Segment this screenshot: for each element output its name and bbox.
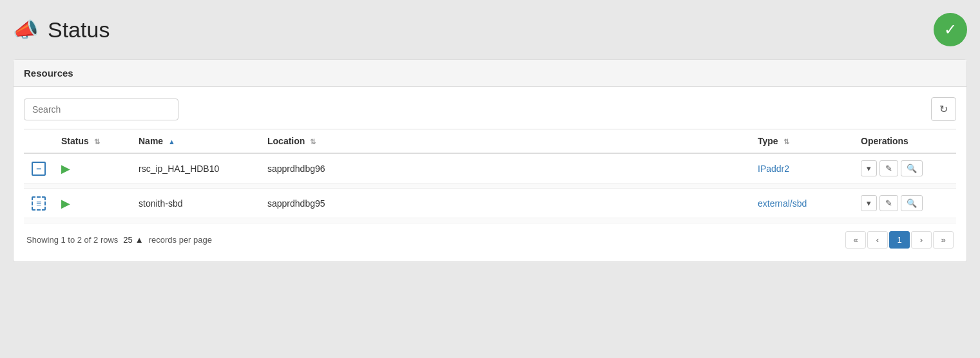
footer-left: Showing 1 to 2 of 2 rows 25 ▲ records pe… [26, 235, 212, 245]
spacer-row-1 [24, 184, 956, 189]
pagination: « ‹ 1 › » [845, 231, 954, 249]
page-first-btn[interactable]: « [845, 231, 866, 249]
ops-cell-1: ▾ ✎ 🔍 [853, 153, 956, 184]
per-page-arrow: ▲ [135, 235, 144, 245]
col-name[interactable]: Name ▲ [131, 129, 260, 154]
name-sort-icon: ▲ [168, 138, 175, 146]
expand-button-2[interactable]: ≡ [32, 196, 46, 211]
ops-dropdown-btn-2[interactable]: ▾ [861, 195, 877, 211]
name-cell-2: stonith-sbd [131, 189, 260, 218]
type-cell-1: IPaddr2 [750, 153, 853, 184]
refresh-button[interactable]: ↻ [931, 97, 956, 121]
toolbar: ↻ [24, 97, 956, 121]
location-cell-2: sapprdhdbg95 [260, 189, 750, 218]
expand-button-1[interactable]: − [32, 162, 46, 176]
per-page-select[interactable]: 25 ▲ [123, 235, 143, 245]
type-cell-2: external/sbd [750, 189, 853, 218]
col-type[interactable]: Type ⇅ [750, 129, 853, 154]
table-row: ≡ ▶ stonith-sbd sapprdhdbg95 external/sb… [24, 189, 956, 218]
type-link-2[interactable]: external/sbd [758, 198, 807, 209]
play-icon-2: ▶ [61, 197, 70, 210]
page-current-btn[interactable]: 1 [889, 231, 910, 249]
showing-text: Showing 1 to 2 of 2 rows [26, 235, 118, 245]
per-page-value: 25 [123, 235, 132, 245]
ops-search-btn-1[interactable]: 🔍 [901, 160, 923, 176]
col-status[interactable]: Status ⇅ [53, 129, 131, 154]
card-title: Resources [14, 60, 966, 87]
card-body: ↻ Status ⇅ Name ▲ Location ⇅ [14, 87, 966, 261]
col-expand [24, 129, 53, 154]
status-cell-2: ▶ [53, 189, 131, 218]
type-link-1[interactable]: IPaddr2 [758, 164, 789, 174]
table-footer: Showing 1 to 2 of 2 rows 25 ▲ records pe… [24, 223, 956, 251]
status-cell-1: ▶ [53, 153, 131, 184]
name-cell-1: rsc_ip_HA1_HDB10 [131, 153, 260, 184]
location-cell-1: sapprdhdbg96 [260, 153, 750, 184]
table-row: − ▶ rsc_ip_HA1_HDB10 sapprdhdbg96 IPaddr… [24, 153, 956, 184]
ops-buttons-1: ▾ ✎ 🔍 [861, 160, 948, 176]
location-sort-icon: ⇅ [310, 138, 316, 146]
spacer-row-2 [24, 218, 956, 223]
search-input[interactable] [24, 99, 178, 120]
ops-search-btn-2[interactable]: 🔍 [901, 195, 923, 211]
ops-edit-btn-2[interactable]: ✎ [879, 195, 898, 211]
ops-buttons-2: ▾ ✎ 🔍 [861, 195, 948, 211]
resources-card: Resources ↻ Status ⇅ Name ▲ [13, 59, 967, 262]
play-icon-1: ▶ [61, 162, 70, 175]
page-title: Status [48, 17, 110, 42]
page-header: 📣 Status ✓ [13, 13, 967, 46]
col-operations: Operations [853, 129, 956, 154]
expand-cell-1: − [24, 153, 53, 184]
page-prev-btn[interactable]: ‹ [867, 231, 888, 249]
status-sort-icon: ⇅ [94, 138, 100, 146]
megaphone-icon: 📣 [13, 17, 39, 42]
title-area: 📣 Status [13, 17, 110, 42]
page-last-btn[interactable]: » [933, 231, 954, 249]
type-sort-icon: ⇅ [783, 138, 789, 146]
col-location[interactable]: Location ⇅ [260, 129, 750, 154]
status-ok-button[interactable]: ✓ [934, 13, 967, 46]
table-header-row: Status ⇅ Name ▲ Location ⇅ Type ⇅ [24, 129, 956, 154]
ops-cell-2: ▾ ✎ 🔍 [853, 189, 956, 218]
ops-dropdown-btn-1[interactable]: ▾ [861, 160, 877, 176]
ops-edit-btn-1[interactable]: ✎ [879, 160, 898, 176]
resources-table: Status ⇅ Name ▲ Location ⇅ Type ⇅ [24, 129, 956, 223]
page-next-btn[interactable]: › [911, 231, 932, 249]
records-per-page-label: records per page [149, 235, 212, 245]
expand-cell-2: ≡ [24, 189, 53, 218]
